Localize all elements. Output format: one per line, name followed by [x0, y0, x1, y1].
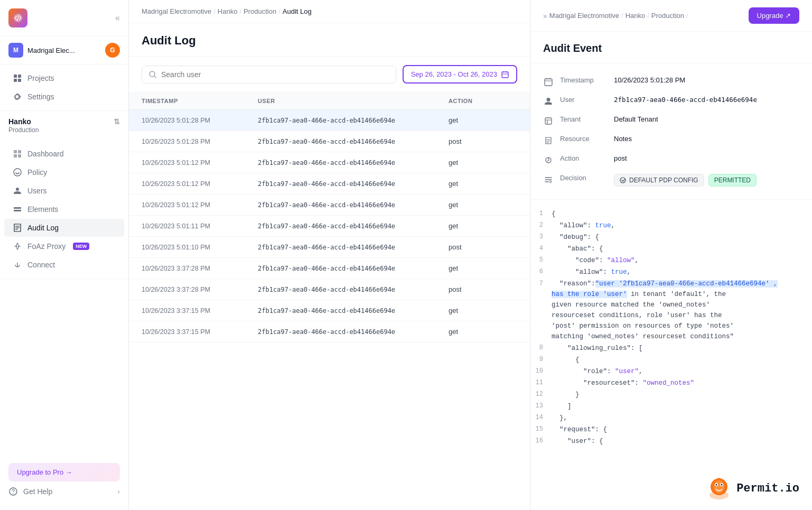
event-breadcrumb-hanko[interactable]: Hanko: [626, 12, 646, 20]
table-row[interactable]: 10/26/2023 5:01:12 PM 2fb1ca97-aea0-466e…: [129, 152, 530, 173]
cell-user: 2fb1ca97-aea0-466e-accd-eb41466e694e: [258, 243, 449, 251]
line-number: 10: [530, 366, 552, 377]
sidebar-collapse-button[interactable]: «: [115, 13, 120, 23]
calendar-icon: [501, 71, 509, 78]
tenant-value: Default Tenant: [614, 115, 799, 123]
user-value: 2fb1ca97-aea0-466e-accd-eb41466e694e: [614, 96, 799, 104]
audit-event-panel: » Madrigal Electromotive / Hanko / Produ…: [530, 0, 812, 510]
date-filter-button[interactable]: Sep 26, 2023 - Oct 26, 2023: [403, 65, 517, 84]
action-label: Action: [560, 154, 608, 162]
code-line-content: "resourceset": "owned_notes": [552, 378, 812, 388]
detail-decision: Decision DEFAULT PDP CONFIG PERMITTED: [543, 170, 799, 191]
workspace-selector[interactable]: M Madrigal Elec... G: [0, 36, 128, 64]
sidebar-item-projects[interactable]: Projects: [4, 69, 124, 87]
sidebar-item-users-label: Users: [27, 187, 47, 195]
cell-timestamp: 10/26/2023 3:37:28 PM: [142, 285, 258, 293]
sidebar-bottom: Upgrade to Pro → Get Help ›: [0, 455, 128, 510]
event-breadcrumb-production[interactable]: Production: [651, 12, 684, 20]
sidebar-item-policy[interactable]: Policy: [4, 163, 124, 181]
search-input[interactable]: [161, 70, 389, 79]
cell-timestamp: 10/26/2023 3:37:15 PM: [142, 307, 258, 314]
cell-timestamp: 10/26/2023 3:37:15 PM: [142, 328, 258, 336]
svg-point-8: [13, 493, 14, 494]
sidebar-item-settings[interactable]: Settings: [4, 88, 124, 106]
svg-rect-10: [545, 79, 552, 86]
sidebar-item-dashboard[interactable]: Dashboard: [4, 145, 124, 163]
sidebar-item-foaz-proxy-label: FoAz Proxy: [27, 242, 66, 251]
action-icon: [543, 155, 554, 165]
cell-timestamp: 10/26/2023 3:37:28 PM: [142, 264, 258, 272]
table-row[interactable]: 10/26/2023 5:01:28 PM 2fb1ca97-aea0-466e…: [129, 131, 530, 152]
sidebar-item-projects-label: Projects: [27, 74, 54, 82]
table-row[interactable]: 10/26/2023 5:01:10 PM 2fb1ca97-aea0-466e…: [129, 237, 530, 258]
search-box[interactable]: [142, 66, 396, 84]
policy-icon: [13, 168, 22, 177]
sidebar-item-elements[interactable]: Elements: [4, 200, 124, 218]
env-name[interactable]: Hanko ⇅: [8, 117, 120, 126]
event-breadcrumb-madrigal[interactable]: Madrigal Electromotive: [549, 12, 619, 20]
table-row[interactable]: 10/26/2023 3:37:15 PM 2fb1ca97-aea0-466e…: [129, 300, 530, 321]
sidebar-item-audit-log[interactable]: Audit Log: [4, 219, 124, 237]
foaz-icon: [13, 242, 22, 251]
svg-rect-3: [18, 79, 21, 82]
cell-user: 2fb1ca97-aea0-466e-accd-eb41466e694e: [258, 116, 449, 124]
svg-point-15: [714, 480, 724, 493]
upgrade-button[interactable]: Upgrade ↗: [749, 7, 799, 24]
cell-action: get: [449, 264, 517, 272]
col-header-timestamp: TIMESTAMP: [142, 98, 258, 104]
sidebar-item-users[interactable]: Users: [4, 182, 124, 200]
line-number: 1: [530, 209, 552, 219]
sidebar-item-connect[interactable]: Connect: [4, 256, 124, 274]
table-row[interactable]: 10/26/2023 5:01:11 PM 2fb1ca97-aea0-466e…: [129, 216, 530, 237]
audit-log-breadcrumb: Madrigal Electromotive / Hanko / Product…: [129, 0, 530, 23]
cell-timestamp: 10/26/2023 5:01:10 PM: [142, 243, 258, 251]
decision-label: Decision: [560, 174, 608, 182]
breadcrumb-production[interactable]: Production: [244, 7, 276, 15]
svg-rect-11: [545, 118, 552, 124]
code-line-content: "user": {: [552, 436, 812, 447]
line-number: 9: [530, 355, 552, 365]
table-row[interactable]: 10/26/2023 5:01:12 PM 2fb1ca97-aea0-466e…: [129, 194, 530, 216]
get-help-label: Get Help: [23, 487, 52, 496]
get-help-chevron-icon: ›: [117, 487, 120, 496]
help-icon: [8, 487, 18, 496]
audit-log-title-area: Audit Log: [129, 23, 530, 57]
get-help-item[interactable]: Get Help ›: [8, 481, 120, 502]
breadcrumb-hanko[interactable]: Hanko: [218, 7, 238, 15]
table-row[interactable]: 10/26/2023 5:01:28 PM 2fb1ca97-aea0-466e…: [129, 110, 530, 131]
table-row[interactable]: 10/26/2023 3:37:15 PM 2fb1ca97-aea0-466e…: [129, 321, 530, 342]
table-row[interactable]: 10/26/2023 5:01:12 PM 2fb1ca97-aea0-466e…: [129, 173, 530, 194]
breadcrumb-madrigal[interactable]: Madrigal Electromotive: [142, 7, 211, 15]
elements-icon: [13, 205, 22, 214]
table-row[interactable]: 10/26/2023 3:37:28 PM 2fb1ca97-aea0-466e…: [129, 279, 530, 300]
table-row[interactable]: 10/26/2023 3:37:28 PM 2fb1ca97-aea0-466e…: [129, 258, 530, 279]
line-number: 6: [530, 267, 552, 277]
svg-rect-1: [18, 75, 21, 78]
sidebar-item-dashboard-label: Dashboard: [27, 150, 64, 158]
decision-badges: DEFAULT PDP CONFIG PERMITTED: [614, 174, 757, 187]
dashboard-icon: [13, 149, 22, 159]
line-number: 12: [530, 390, 552, 400]
cell-user: 2fb1ca97-aea0-466e-accd-eb41466e694e: [258, 285, 449, 293]
env-section: Hanko ⇅ Production: [0, 111, 128, 140]
app-logo: [8, 8, 27, 27]
decision-icon: [543, 174, 554, 185]
code-line-content: {: [552, 209, 812, 219]
sidebar-item-settings-label: Settings: [27, 92, 54, 101]
users-icon: [13, 186, 22, 196]
svg-point-12: [620, 178, 626, 183]
user-detail-icon: [543, 96, 554, 107]
detail-resource: Resource Notes: [543, 131, 799, 150]
detail-timestamp: Timestamp 10/26/2023 5:01:28 PM: [543, 72, 799, 91]
code-line-content: "code": "allow",: [552, 255, 812, 266]
permit-logo-icon: [706, 475, 732, 502]
sidebar-item-connect-label: Connect: [27, 261, 55, 269]
timestamp-value: 10/26/2023 5:01:28 PM: [614, 76, 799, 84]
resource-label: Resource: [560, 135, 608, 143]
sidebar-item-foaz-proxy[interactable]: FoAz Proxy NEW: [4, 237, 124, 255]
upgrade-to-pro-button[interactable]: Upgrade to Pro →: [8, 463, 120, 481]
svg-point-19: [721, 484, 723, 486]
code-line-content: },: [552, 413, 812, 423]
code-line-content: }: [552, 390, 812, 400]
svg-rect-9: [502, 72, 508, 78]
